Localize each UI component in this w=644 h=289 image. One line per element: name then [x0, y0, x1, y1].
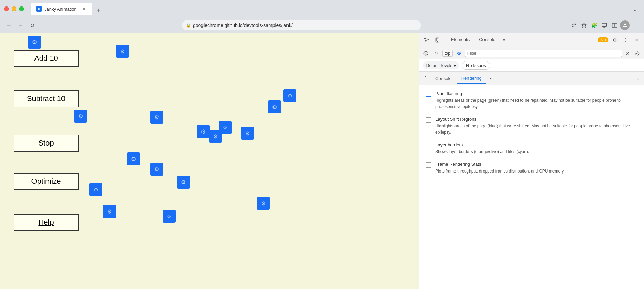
chrome-menu-icon[interactable]: ⋮: [630, 20, 640, 30]
default-levels-button[interactable]: Default levels ▾: [423, 61, 459, 69]
rendering-tabs-more-icon[interactable]: ⋮: [422, 74, 430, 83]
layout-shift-text: Layout Shift Regions Highlights areas of…: [435, 116, 637, 135]
frame-rendering-title: Frame Rendering Stats: [435, 162, 637, 167]
main-area: Add 10 Subtract 10 Stop Optimize Help: [0, 33, 644, 289]
devtools-settings-icon[interactable]: ⚙: [610, 35, 619, 45]
animated-square: [74, 110, 87, 123]
animated-square: [268, 100, 281, 113]
maximize-traffic-light[interactable]: [19, 6, 24, 11]
svg-point-6: [437, 41, 437, 42]
paint-flashing-desc: Highlights areas of the page (green) tha…: [435, 97, 637, 110]
optimize-button[interactable]: Optimize: [14, 173, 79, 190]
elements-tab[interactable]: Elements: [446, 34, 474, 45]
back-button[interactable]: ←: [4, 20, 14, 30]
animated-square: [127, 152, 140, 165]
devtools-close-icon[interactable]: ×: [632, 35, 641, 45]
address-text: googlechrome.github.io/devtools-samples/…: [193, 23, 417, 28]
animated-square: [103, 205, 116, 218]
svg-rect-1: [602, 23, 606, 26]
frame-rendering-desc: Plots frame throughput, dropped frames d…: [435, 168, 637, 174]
webpage-inner: Add 10 Subtract 10 Stop Optimize Help: [0, 33, 419, 289]
filter-input[interactable]: [465, 50, 622, 57]
extensions-icon[interactable]: 🧩: [589, 20, 599, 30]
animated-square: [209, 130, 222, 143]
animated-square: [257, 197, 270, 210]
frame-rendering-checkbox[interactable]: [426, 162, 431, 168]
tab-label: Janky Animation: [44, 6, 79, 12]
layout-shift-item: Layout Shift Regions Highlights areas of…: [426, 116, 637, 135]
forward-button[interactable]: →: [16, 20, 25, 30]
refresh-icon[interactable]: ↻: [432, 49, 440, 57]
warning-badge[interactable]: ⚠ 1: [598, 37, 608, 42]
layout-shift-desc: Highlights areas of the page (blue) that…: [435, 123, 637, 135]
tabs-area: C Janky Animation × +: [31, 3, 627, 15]
rendering-tab-close-icon[interactable]: ×: [487, 75, 494, 82]
split-screen-icon[interactable]: [610, 20, 619, 30]
devtools-levels-row: Default levels ▾ No Issues: [419, 59, 644, 72]
tab-close-button[interactable]: ×: [81, 6, 87, 12]
frame-rendering-item: Frame Rendering Stats Plots frame throug…: [426, 162, 637, 174]
animated-square: [241, 127, 254, 140]
animated-square: [28, 36, 41, 49]
animated-square: [89, 183, 102, 196]
animated-square: [150, 111, 163, 124]
no-issues-button[interactable]: No Issues: [462, 61, 490, 70]
traffic-lights: [4, 6, 24, 11]
more-tabs-button[interactable]: »: [500, 36, 508, 44]
paint-flashing-checkbox[interactable]: [426, 92, 431, 97]
rendering-content: Paint flashing Highlights areas of the p…: [419, 85, 644, 289]
tab-favicon: C: [36, 6, 42, 12]
paint-flashing-text: Paint flashing Highlights areas of the p…: [435, 91, 637, 110]
window-chevron-icon[interactable]: ⌄: [630, 4, 640, 14]
close-traffic-light[interactable]: [4, 6, 9, 11]
lock-icon: 🔒: [186, 23, 191, 28]
devtools-right-icons: ⚙ ⋮ ×: [610, 35, 641, 45]
refresh-button[interactable]: ↻: [27, 20, 37, 30]
svg-marker-0: [582, 23, 586, 27]
layout-shift-checkbox[interactable]: [426, 117, 431, 123]
share-icon[interactable]: [569, 20, 578, 30]
clear-filter-icon[interactable]: [624, 50, 631, 57]
devtools-filter-row: ↻ top C: [419, 47, 644, 59]
devtools-more-icon[interactable]: ⋮: [621, 35, 630, 45]
layer-borders-checkbox[interactable]: [426, 143, 431, 148]
layout-shift-title: Layout Shift Regions: [435, 116, 637, 122]
minimize-traffic-light[interactable]: [12, 6, 16, 11]
clear-console-icon[interactable]: [422, 49, 430, 57]
svg-line-8: [424, 52, 427, 54]
animated-square: [177, 176, 190, 189]
help-button[interactable]: Help: [14, 214, 79, 231]
inspect-element-icon[interactable]: [422, 35, 431, 45]
svg-text:C: C: [458, 52, 460, 54]
context-selector[interactable]: top: [442, 50, 453, 57]
bookmark-icon[interactable]: [579, 20, 589, 30]
devtools-panel: Elements Console » ⚠ 1 ⚙ ⋮ ×: [419, 33, 644, 289]
address-bar[interactable]: 🔒 googlechrome.github.io/devtools-sample…: [182, 20, 421, 30]
new-tab-button[interactable]: +: [94, 5, 103, 15]
console-rendering-tab[interactable]: Console: [431, 73, 456, 84]
dropdown-arrow-icon: ▾: [454, 63, 456, 68]
context-selector-icon[interactable]: C: [455, 49, 463, 57]
animated-square: [150, 163, 163, 176]
paint-flashing-title: Paint flashing: [435, 91, 637, 96]
window-controls-right: ⌄: [630, 4, 640, 14]
profile-icon[interactable]: [620, 20, 630, 30]
add-10-button[interactable]: Add 10: [14, 50, 79, 67]
frame-rendering-text: Frame Rendering Stats Plots frame throug…: [435, 162, 637, 174]
active-tab[interactable]: C Janky Animation ×: [31, 3, 92, 15]
rendering-panel-close-icon[interactable]: ×: [634, 75, 641, 82]
paint-flashing-item: Paint flashing Highlights areas of the p…: [426, 91, 637, 110]
browser-window: C Janky Animation × + ⌄ ← → ↻ 🔒 googlech…: [0, 0, 644, 289]
cast-icon[interactable]: [600, 20, 609, 30]
levels-filter-icon[interactable]: [633, 49, 641, 57]
device-emulation-icon[interactable]: [433, 35, 442, 45]
svg-rect-5: [437, 38, 438, 41]
webpage: Add 10 Subtract 10 Stop Optimize Help: [0, 33, 419, 289]
subtract-10-button[interactable]: Subtract 10: [14, 90, 79, 107]
animated-square: [116, 45, 129, 58]
stop-button[interactable]: Stop: [14, 135, 79, 152]
layer-borders-desc: Shows layer borders (orange/olive) and t…: [435, 149, 637, 155]
rendering-tab[interactable]: Rendering: [457, 73, 486, 84]
console-tab[interactable]: Console: [474, 34, 500, 45]
animated-square: [283, 89, 296, 102]
